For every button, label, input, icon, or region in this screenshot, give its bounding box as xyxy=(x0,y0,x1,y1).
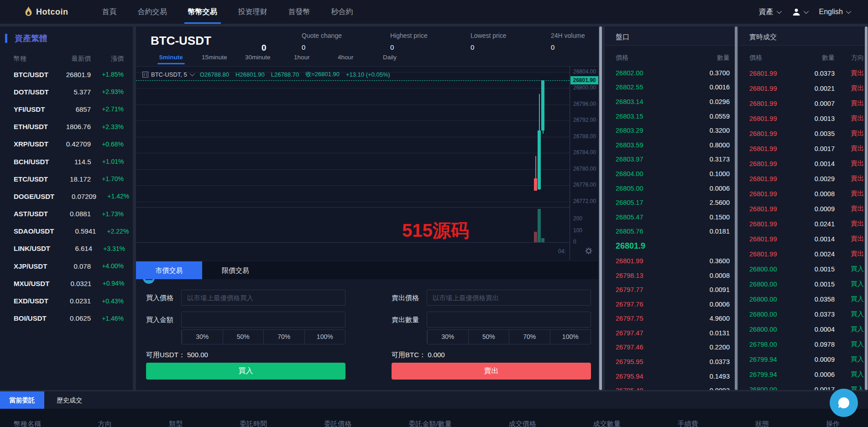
bid-row[interactable]: 26797.76 0.0006 xyxy=(605,297,736,312)
trade-row[interactable]: 26801.99 0.0024 賣出 xyxy=(738,246,868,261)
trade-row[interactable]: 26800.00 0.0373 買入 xyxy=(738,307,868,322)
coin-row[interactable]: MXU/USDT 0.0321 +0.94% xyxy=(0,275,133,292)
tf-4hour[interactable]: 4hour xyxy=(338,54,354,61)
center-scrollbar[interactable] xyxy=(599,26,602,390)
chart-plot[interactable]: 515源码 515ym.com xyxy=(136,67,570,260)
trade-row[interactable]: 26799.94 0.0009 買入 xyxy=(738,352,868,367)
percent-button[interactable]: 50% xyxy=(223,330,264,344)
buy-amount-input[interactable] xyxy=(181,312,345,328)
coin-row[interactable]: BOI/USDT 0.0625 +1.46% xyxy=(0,310,133,327)
ask-row[interactable]: 26802.00 0.3700 xyxy=(605,66,736,80)
gear-icon[interactable] xyxy=(585,247,592,255)
tf-1hour[interactable]: 1hour xyxy=(294,54,310,61)
percent-button[interactable]: 100% xyxy=(304,330,345,344)
trade-row[interactable]: 26801.99 0.0017 賣出 xyxy=(738,141,868,156)
ask-row[interactable]: 26805.17 2.5600 xyxy=(605,195,736,210)
tf-daily[interactable]: Daily xyxy=(383,54,397,61)
trade-row[interactable]: 26800.00 0.0015 買入 xyxy=(738,261,868,276)
ask-row[interactable]: 26804.00 0.1000 xyxy=(605,167,736,181)
coin-row[interactable]: DOGE/USDT 0.07209 +1.42% xyxy=(0,187,133,205)
book-scrollbar[interactable] xyxy=(735,26,737,390)
tab-market-trade[interactable]: 市價交易 xyxy=(136,261,202,279)
price-axis[interactable]: 26801.90 26804.0026800.0026796.0026792.0… xyxy=(570,67,598,260)
sell-price-input[interactable] xyxy=(427,290,591,306)
trade-row[interactable]: 26801.99 0.0013 賣出 xyxy=(738,111,868,126)
coin-row[interactable]: ETC/USDT 18.172 +1.70% xyxy=(0,170,133,187)
tab-current-orders[interactable]: 當前委託 xyxy=(0,391,44,409)
buy-button[interactable]: 買入 xyxy=(146,363,345,380)
sell-button[interactable]: 賣出 xyxy=(392,363,591,380)
trade-row[interactable]: 26800.00 0.0358 買入 xyxy=(738,292,868,307)
bid-row[interactable]: 26801.99 0.3600 xyxy=(605,254,736,268)
trade-row[interactable]: 26801.99 0.0008 賣出 xyxy=(738,186,868,201)
trade-row[interactable]: 26801.99 0.0035 賣出 xyxy=(738,126,868,141)
bid-row[interactable]: 26795.95 0.0373 xyxy=(605,354,736,369)
trade-row[interactable]: 26801.99 0.0241 賣出 xyxy=(738,216,868,231)
tab-limit-trade[interactable]: 限價交易 xyxy=(213,261,258,279)
percent-button[interactable]: 30% xyxy=(182,330,223,344)
ask-row[interactable]: 26803.29 0.3200 xyxy=(605,123,736,138)
bid-row[interactable]: 26798.13 0.0008 xyxy=(605,268,736,283)
trade-row[interactable]: 26801.99 0.0007 賣出 xyxy=(738,96,868,111)
ask-row[interactable]: 26803.59 0.8000 xyxy=(605,138,736,152)
ask-row[interactable]: 26802.55 0.0016 xyxy=(605,80,736,95)
ask-row[interactable]: 26805.47 0.1500 xyxy=(605,210,736,224)
trade-row[interactable]: 26801.99 0.0014 賣出 xyxy=(738,156,868,171)
coin-row[interactable]: XRP/USDT 0.42709 +0.68% xyxy=(0,135,133,153)
coin-row[interactable]: SDAO/USDT 0.5941 +2.22% xyxy=(0,223,133,240)
coin-row[interactable]: YFI/USDT 6857 +2.71% xyxy=(0,100,133,118)
percent-button[interactable]: 70% xyxy=(263,330,304,344)
chat-widget-button[interactable] xyxy=(830,389,858,417)
tab-history-orders[interactable]: 歷史成交 xyxy=(49,391,90,409)
coin-row[interactable]: LINK/USDT 6.614 +3.31% xyxy=(0,240,133,257)
trade-row[interactable]: 26800.00 0.0017 買入 xyxy=(738,382,868,390)
nav-item[interactable]: 幣幣交易 xyxy=(188,0,217,24)
ask-row[interactable]: 26803.97 0.3173 xyxy=(605,152,736,167)
percent-button[interactable]: 100% xyxy=(550,330,591,344)
bid-row[interactable]: 26797.47 0.0131 xyxy=(605,326,736,340)
tf-30minute[interactable]: 30minute xyxy=(245,54,271,61)
nav-item[interactable]: 首發幣 xyxy=(288,0,310,24)
nav-item[interactable]: 合約交易 xyxy=(138,0,167,24)
trade-row[interactable]: 26801.99 0.0373 賣出 xyxy=(738,66,868,81)
bid-row[interactable]: 26797.77 0.0091 xyxy=(605,282,736,297)
tf-15minute[interactable]: 15minute xyxy=(202,54,227,61)
trade-row[interactable]: 26799.94 0.0006 買入 xyxy=(738,367,868,382)
bid-row[interactable]: 26795.94 0.1493 xyxy=(605,369,736,384)
percent-button[interactable]: 70% xyxy=(509,330,550,344)
language-menu[interactable]: English xyxy=(819,8,850,16)
coin-row[interactable]: BCH/USDT 114.5 +1.01% xyxy=(0,153,133,170)
trade-row[interactable]: 26801.99 0.0029 賣出 xyxy=(738,171,868,186)
coin-row[interactable]: EXD/USDT 0.0231 +0.43% xyxy=(0,292,133,309)
nav-item[interactable]: 秒合約 xyxy=(331,0,353,24)
nav-item[interactable]: 投资理财 xyxy=(238,0,267,24)
coin-row[interactable]: AST/USDT 0.0881 +1.73% xyxy=(0,205,133,223)
sell-amount-input[interactable] xyxy=(427,312,591,328)
trade-row[interactable]: 26801.99 0.0009 賣出 xyxy=(738,201,868,216)
ask-row[interactable]: 26803.15 0.0559 xyxy=(605,109,736,124)
coin-row[interactable]: ETH/USDT 1806.76 +2.33% xyxy=(0,118,133,135)
ask-row[interactable]: 26805.00 0.0006 xyxy=(605,181,736,196)
ask-row[interactable]: 26803.14 0.0296 xyxy=(605,94,736,109)
buy-price-input[interactable] xyxy=(181,290,345,306)
trade-row[interactable]: 26801.99 0.0014 賣出 xyxy=(738,231,868,246)
coin-row[interactable]: DOT/USDT 5.377 +2.93% xyxy=(0,83,133,100)
trade-row[interactable]: 26801.99 0.0021 賣出 xyxy=(738,81,868,96)
account-menu[interactable] xyxy=(792,8,807,16)
assets-menu[interactable]: 資產 xyxy=(759,7,780,17)
coin-row[interactable]: BTC/USDT 26801.9 +1.85% xyxy=(0,66,133,83)
symbol-interval-selector[interactable]: BTC-USDT, 5 xyxy=(142,71,193,78)
trade-row[interactable]: 26800.00 0.0004 買入 xyxy=(738,322,868,337)
bid-row[interactable]: 26795.40 0.0093 xyxy=(605,383,736,390)
coin-row[interactable]: XJP/USDT 0.078 +4.00% xyxy=(0,257,133,275)
page-scrollbar[interactable] xyxy=(865,26,868,390)
trade-row[interactable]: 26800.00 0.0015 買入 xyxy=(738,276,868,292)
nav-item[interactable]: 首頁 xyxy=(102,0,117,24)
bid-row[interactable]: 26797.75 4.9600 xyxy=(605,312,736,326)
bid-row[interactable]: 26797.46 0.2200 xyxy=(605,340,736,355)
ask-row[interactable]: 26805.76 0.0181 xyxy=(605,224,736,239)
percent-button[interactable]: 30% xyxy=(427,330,468,344)
logo[interactable]: Hotcoin xyxy=(25,6,68,17)
trade-row[interactable]: 26798.00 0.0978 買入 xyxy=(738,337,868,352)
tf-5minute[interactable]: 5minute xyxy=(159,54,183,61)
